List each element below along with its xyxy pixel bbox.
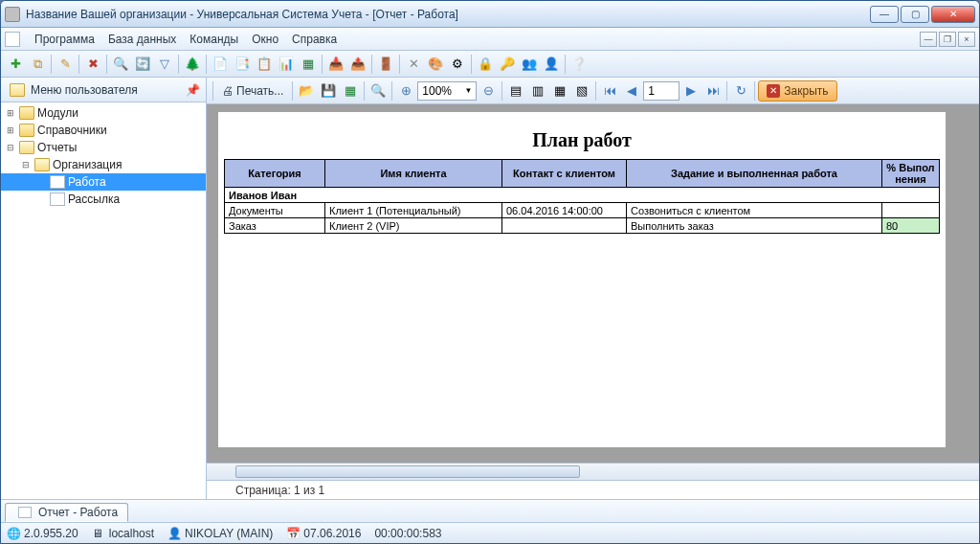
import-button[interactable]: 📥 — [325, 54, 346, 75]
filter-icon[interactable]: ▽ — [154, 54, 175, 75]
table-row: Заказ Клиент 2 (VIP) Выполнить заказ 80 — [225, 218, 940, 234]
open-folder-button[interactable]: 📂 — [296, 80, 317, 102]
copy-button[interactable]: ⧉ — [27, 54, 48, 75]
table-row: Документы Клиент 1 (Потенциальный) 06.04… — [225, 203, 940, 218]
exit-door-icon[interactable]: 🚪 — [375, 54, 396, 75]
page-view-button-4[interactable]: ▧ — [571, 80, 592, 102]
print-button[interactable]: 🖨 Печать... — [216, 80, 289, 102]
page-view-button-2[interactable]: ▥ — [527, 80, 548, 102]
report-button-4[interactable]: 📊 — [276, 54, 297, 75]
group-label: Иванов Иван — [225, 188, 940, 203]
first-page-button[interactable]: ⏮ — [599, 80, 620, 102]
folder-open-icon — [19, 141, 34, 154]
body-split: Меню пользователя 📌 ⊞ Модули ⊞ Справочни… — [1, 78, 979, 499]
prev-page-button[interactable]: ◀ — [621, 80, 642, 102]
tree-node-work[interactable]: · Работа — [1, 173, 206, 191]
settings-icon[interactable]: ⚙ — [447, 54, 468, 75]
zoom-in-icon[interactable]: ⊕ — [395, 80, 416, 102]
app-window: Название Вашей организации - Универсальн… — [0, 0, 980, 544]
server-icon: 🖥 — [92, 527, 105, 540]
pin-icon[interactable]: 📌 — [186, 83, 200, 97]
document-tab[interactable]: Отчет - Работа — [5, 503, 128, 522]
export-excel-button[interactable]: ▦ — [298, 54, 319, 75]
status-bar: 🌐 2.0.955.20 🖥 localhost 👤 NIKOLAY (MAIN… — [1, 522, 979, 543]
tree-button[interactable]: 🌲 — [182, 54, 203, 75]
key-icon[interactable]: 🔑 — [497, 54, 518, 75]
mdi-close-button[interactable]: × — [958, 32, 975, 47]
mdi-restore-button[interactable]: ❐ — [939, 32, 956, 47]
tree-label: Отчеты — [37, 141, 77, 154]
export-button[interactable]: 📤 — [347, 54, 368, 75]
page-icon — [18, 507, 32, 518]
mdi-minimize-button[interactable]: — — [920, 32, 937, 47]
zoom-value: 100% — [422, 84, 452, 98]
report-toolbar: 🖨 Печать... 📂 💾 ▦ 🔍 ⊕ 100% ▼ ⊖ ▤ ▥ — [207, 78, 979, 104]
collapse-icon[interactable]: ⊟ — [20, 160, 32, 170]
palette-icon[interactable]: 🎨 — [425, 54, 446, 75]
window-buttons: — ▢ ✕ — [870, 6, 975, 23]
cell-category: Документы — [225, 203, 325, 218]
refresh-page-button[interactable]: ↻ — [730, 80, 751, 102]
tree-label: Справочники — [37, 124, 107, 137]
zoom-out-icon[interactable]: ⊖ — [478, 80, 499, 102]
close-report-button[interactable]: ✕ Закрыть — [758, 80, 836, 102]
collapse-icon[interactable]: ⊟ — [5, 143, 16, 152]
title-bar: Название Вашей организации - Универсальн… — [1, 1, 979, 28]
tree-node-reports[interactable]: ⊟ Отчеты — [1, 139, 206, 156]
report-status-line: Страница: 1 из 1 — [207, 480, 979, 499]
menu-program[interactable]: Программа — [28, 30, 101, 49]
report-viewport[interactable]: План работ Категория Имя клиента Контакт… — [207, 104, 979, 463]
users-icon[interactable]: 👥 — [519, 54, 540, 75]
sidebar-title: Меню пользователя — [31, 83, 138, 97]
zoom-field[interactable]: 100% ▼ — [417, 81, 477, 101]
folder-icon — [19, 106, 34, 120]
horizontal-scrollbar[interactable] — [207, 463, 979, 480]
menu-commands[interactable]: Команды — [183, 30, 245, 49]
tree-label: Работа — [68, 175, 106, 189]
app-icon — [5, 7, 20, 22]
page-view-button-3[interactable]: ▦ — [549, 80, 570, 102]
find-icon[interactable]: 🔍 — [368, 80, 389, 102]
page-number-field[interactable]: 1 — [643, 81, 679, 101]
chevron-down-icon[interactable]: ▼ — [464, 86, 472, 95]
user-icon[interactable]: 👤 — [541, 54, 562, 75]
last-page-button[interactable]: ⏭ — [702, 80, 724, 102]
edit-button[interactable]: ✎ — [55, 54, 76, 75]
menu-database[interactable]: База данных — [101, 30, 183, 49]
report-table: Категория Имя клиента Контакт с клиентом… — [224, 159, 940, 234]
close-icon: ✕ — [767, 84, 780, 98]
delete-button[interactable]: ✖ — [82, 54, 103, 75]
group-row: Иванов Иван — [225, 188, 940, 203]
help-icon[interactable]: ❔ — [568, 54, 590, 75]
tree-node-modules[interactable]: ⊞ Модули — [1, 104, 206, 122]
print-label: Печать... — [236, 84, 283, 98]
export-xls-button[interactable]: ▦ — [340, 80, 361, 102]
expand-icon[interactable]: ⊞ — [5, 125, 16, 135]
menu-help[interactable]: Справка — [285, 30, 344, 49]
report-button-1[interactable]: 📄 — [210, 54, 231, 75]
refresh-button[interactable]: 🔄 — [132, 54, 153, 75]
page-view-button-1[interactable]: ▤ — [505, 80, 526, 102]
menu-window[interactable]: Окно — [245, 30, 285, 49]
tree-node-mailing[interactable]: · Рассылка — [1, 191, 206, 208]
minimize-button[interactable]: — — [870, 6, 899, 23]
maximize-button[interactable]: ▢ — [901, 6, 929, 23]
report-button-2[interactable]: 📑 — [232, 54, 253, 75]
tree-node-directories[interactable]: ⊞ Справочники — [1, 122, 206, 139]
page-value: 1 — [648, 84, 655, 98]
window-close-button[interactable]: ✕ — [931, 6, 975, 23]
scrollbar-thumb[interactable] — [235, 465, 580, 478]
status-user: 👤 NIKOLAY (MAIN) — [167, 527, 273, 540]
tools-icon[interactable]: ✕ — [403, 54, 424, 75]
tree-node-organization[interactable]: ⊟ Организация — [1, 156, 206, 173]
next-page-button[interactable]: ▶ — [680, 80, 702, 102]
status-version: 🌐 2.0.955.20 — [7, 527, 78, 540]
add-button[interactable]: ✚ — [5, 54, 26, 75]
lock-icon[interactable]: 🔒 — [475, 54, 496, 75]
search-icon[interactable]: 🔍 — [110, 54, 131, 75]
report-button-3[interactable]: 📋 — [254, 54, 275, 75]
elapsed-value: 00:00:00:583 — [374, 527, 441, 540]
expand-icon[interactable]: ⊞ — [5, 108, 16, 118]
version-value: 2.0.955.20 — [24, 527, 78, 540]
save-button[interactable]: 💾 — [318, 80, 339, 102]
